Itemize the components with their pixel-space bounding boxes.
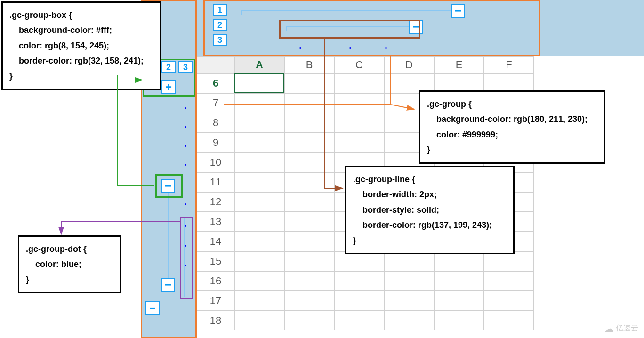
cell[interactable] [234, 232, 284, 251]
cell[interactable] [384, 251, 434, 271]
codebox-gc-group-dot: .gc-group-dot { color: blue; } [18, 235, 121, 293]
cell[interactable] [234, 311, 284, 330]
cell[interactable] [334, 271, 384, 291]
col-header-D[interactable]: D [384, 56, 434, 73]
cell[interactable] [334, 311, 384, 330]
row-header-12[interactable]: 12 [197, 192, 234, 212]
cell[interactable] [284, 93, 334, 113]
cell[interactable] [284, 172, 334, 192]
cell[interactable] [234, 212, 284, 232]
col-header-A[interactable]: A [234, 56, 284, 73]
cell[interactable] [284, 73, 334, 93]
select-all-cell[interactable] [197, 56, 234, 73]
cell[interactable] [234, 251, 284, 271]
cell[interactable] [384, 271, 434, 291]
cell[interactable] [334, 73, 384, 93]
row-header-8[interactable]: 8 [197, 113, 234, 133]
highlight-minus-green [155, 174, 183, 198]
column-header-row: A B C D E F [197, 56, 644, 73]
cloud-icon: ☁ [604, 323, 614, 334]
cell[interactable] [234, 153, 284, 172]
cell[interactable] [284, 192, 334, 212]
row-header-13[interactable]: 13 [197, 212, 234, 232]
cell[interactable] [284, 311, 334, 330]
row-header-18[interactable]: 18 [197, 311, 234, 330]
cell[interactable] [284, 232, 334, 251]
highlight-line-brown [279, 20, 420, 39]
cell[interactable] [284, 133, 334, 153]
cell[interactable] [284, 271, 334, 291]
cell[interactable] [384, 291, 434, 311]
cell[interactable] [284, 113, 334, 133]
cell[interactable] [434, 251, 484, 271]
cell[interactable] [234, 271, 284, 291]
codebox-gc-group-line: .gc-group-line { border-width: 2px; bord… [345, 166, 515, 254]
cell[interactable] [484, 291, 534, 311]
codebox-gc-group-box: .gc-group-box { background-color: #fff; … [1, 1, 161, 90]
codebox-gc-group: .gc-group { background-color: rgb(180, 2… [419, 90, 605, 164]
cell[interactable] [384, 311, 434, 330]
watermark: ☁ 亿速云 [604, 323, 638, 334]
watermark-text: 亿速云 [616, 324, 638, 332]
cell[interactable] [284, 251, 334, 271]
highlight-dots-purple [180, 217, 193, 299]
cell[interactable] [434, 271, 484, 291]
cell[interactable] [234, 93, 284, 113]
cell[interactable] [484, 271, 534, 291]
cell[interactable] [284, 291, 334, 311]
cell[interactable] [234, 133, 284, 153]
col-header-C[interactable]: C [334, 56, 384, 73]
cell[interactable] [334, 93, 384, 113]
cell[interactable] [434, 311, 484, 330]
row-header-6[interactable]: 6 [197, 73, 234, 93]
row-header-17[interactable]: 17 [197, 291, 234, 311]
col-header-F[interactable]: F [484, 56, 534, 73]
col-header-B[interactable]: B [284, 56, 334, 73]
cell[interactable] [234, 113, 284, 133]
cell[interactable] [284, 153, 334, 172]
row-header-10[interactable]: 10 [197, 153, 234, 172]
cell[interactable] [434, 291, 484, 311]
row-header-7[interactable]: 7 [197, 93, 234, 113]
cell[interactable] [484, 311, 534, 330]
cell[interactable] [484, 251, 534, 271]
cell[interactable] [334, 113, 384, 133]
cell[interactable] [334, 251, 384, 271]
cell[interactable] [234, 192, 284, 212]
row-header-11[interactable]: 11 [197, 172, 234, 192]
row-header-9[interactable]: 9 [197, 133, 234, 153]
cell-A6[interactable] [234, 73, 284, 93]
cell[interactable] [234, 172, 284, 192]
row-header-14[interactable]: 14 [197, 232, 234, 251]
row-header-15[interactable]: 15 [197, 251, 234, 271]
cell[interactable] [284, 212, 334, 232]
row-header-16[interactable]: 16 [197, 271, 234, 291]
col-header-E[interactable]: E [434, 56, 484, 73]
cell[interactable] [234, 291, 284, 311]
cell[interactable] [334, 291, 384, 311]
cell[interactable] [334, 133, 384, 153]
